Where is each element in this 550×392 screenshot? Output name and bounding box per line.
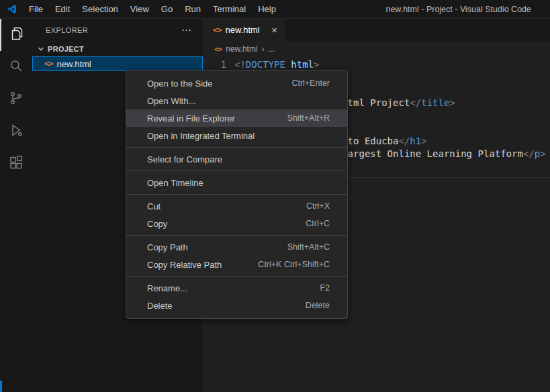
breadcrumb-separator-icon: › [262, 44, 265, 54]
menu-item-label: Copy Relative Path [147, 260, 258, 270]
html-file-icon: <> [44, 60, 52, 68]
html-file-icon: <> [214, 46, 222, 53]
menu-item-label: Cut [147, 201, 306, 211]
menu-item-label: Select for Compare [147, 154, 330, 164]
activity-bar-item-search[interactable] [0, 51, 32, 83]
context-menu-item-open-to-the-side[interactable]: Open to the SideCtrl+Enter [126, 75, 347, 92]
title-bar: FileEditSelectionViewGoRunTerminalHelp n… [0, 0, 550, 19]
menu-item-label: Delete [147, 301, 306, 311]
menu-item-shortcut: Shift+Alt+C [287, 242, 330, 252]
source-control-icon [8, 90, 24, 109]
context-menu-item-reveal-in-file-explorer[interactable]: Reveal in File ExplorerShift+Alt+R [126, 109, 347, 127]
file-name: new.html [56, 59, 91, 69]
context-menu-item-copy-relative-path[interactable]: Copy Relative PathCtrl+K Ctrl+Shift+C [126, 256, 347, 273]
context-menu-item-open-with[interactable]: Open With... [126, 92, 347, 109]
html-file-icon: <> [213, 26, 221, 34]
menubar: FileEditSelectionViewGoRunTerminalHelp [23, 0, 282, 19]
context-menu-item-copy[interactable]: CopyCtrl+C [126, 215, 347, 232]
menubar-item-file[interactable]: File [23, 0, 49, 19]
activity-bar-item-extensions[interactable] [0, 148, 32, 180]
menu-item-shortcut: Ctrl+K Ctrl+Shift+C [258, 260, 330, 269]
menu-item-shortcut: Ctrl+C [306, 219, 330, 228]
menu-separator [126, 147, 347, 148]
menu-item-shortcut: F2 [320, 283, 330, 293]
vscode-window: FileEditSelectionViewGoRunTerminalHelp n… [0, 0, 550, 392]
chevron-down-icon [36, 44, 46, 54]
tab-label: new.html [225, 25, 259, 35]
sidebar-section-project[interactable]: PROJECT [32, 42, 203, 56]
run-debug-icon [8, 122, 24, 141]
menu-separator [126, 170, 347, 171]
menu-item-label: Reveal in File Explorer [147, 113, 287, 124]
activity-bar-item-explorer[interactable] [0, 19, 32, 51]
context-menu-item-delete[interactable]: DeleteDelete [126, 297, 347, 314]
context-menu-item-rename[interactable]: Rename...F2 [126, 279, 347, 297]
context-menu-item-copy-path[interactable]: Copy PathShift+Alt+C [126, 238, 347, 256]
menubar-item-run[interactable]: Run [179, 0, 207, 19]
menubar-item-help[interactable]: Help [252, 0, 282, 19]
context-menu: Open to the SideCtrl+EnterOpen With...Re… [126, 70, 348, 319]
accent-strip [0, 381, 2, 392]
menu-separator [126, 194, 347, 195]
menu-item-label: Open to the Side [147, 79, 291, 89]
menu-item-label: Copy [147, 219, 306, 229]
search-icon [8, 58, 24, 77]
menubar-item-terminal[interactable]: Terminal [207, 0, 252, 19]
menu-separator [126, 276, 347, 277]
activity-bar [0, 19, 32, 392]
sidebar-title: EXPLORER [46, 26, 88, 34]
close-tab-icon[interactable]: × [269, 24, 279, 36]
sidebar-header: EXPLORER ⋯ [32, 19, 203, 42]
extensions-icon [8, 154, 24, 173]
menu-item-shortcut: Ctrl+X [306, 201, 330, 211]
vscode-logo-icon [6, 3, 17, 15]
menu-item-shortcut: Delete [306, 301, 330, 310]
breadcrumb: <> new.html › ... [204, 41, 550, 57]
section-label: PROJECT [48, 45, 84, 53]
files-icon [8, 26, 24, 44]
menu-item-label: Open in Integrated Terminal [147, 131, 330, 141]
context-menu-item-select-for-compare[interactable]: Select for Compare [126, 150, 347, 168]
activity-bar-item-run-and-debug[interactable] [0, 115, 32, 148]
tab-new-html[interactable]: <> new.html × [204, 19, 285, 41]
context-menu-item-cut[interactable]: CutCtrl+X [126, 197, 347, 215]
context-menu-item-open-in-integrated-terminal[interactable]: Open in Integrated Terminal [126, 127, 347, 144]
menu-item-label: Open Timeline [147, 178, 330, 188]
activity-bar-item-source-control[interactable] [0, 83, 32, 115]
menubar-item-view[interactable]: View [124, 0, 155, 19]
menubar-item-go[interactable]: Go [155, 0, 179, 19]
file-item-new-html[interactable]: <> new.html [32, 56, 203, 71]
menubar-item-selection[interactable]: Selection [76, 0, 124, 19]
menu-item-shortcut: Shift+Alt+R [287, 113, 330, 123]
menu-item-shortcut: Ctrl+Enter [291, 79, 330, 88]
context-menu-item-open-timeline[interactable]: Open Timeline [126, 174, 347, 191]
menu-item-label: Open With... [147, 96, 330, 106]
menubar-item-edit[interactable]: Edit [49, 0, 76, 19]
menu-item-label: Copy Path [147, 242, 287, 252]
menu-item-label: Rename... [147, 283, 320, 293]
more-actions-button[interactable]: ⋯ [181, 24, 203, 36]
window-title: new.html - Project - Visual Studio Code [385, 0, 531, 19]
menu-separator [126, 235, 347, 236]
tab-bar: <> new.html × [204, 19, 550, 41]
breadcrumb-more[interactable]: ... [269, 44, 275, 54]
breadcrumb-file[interactable]: new.html [226, 44, 257, 54]
